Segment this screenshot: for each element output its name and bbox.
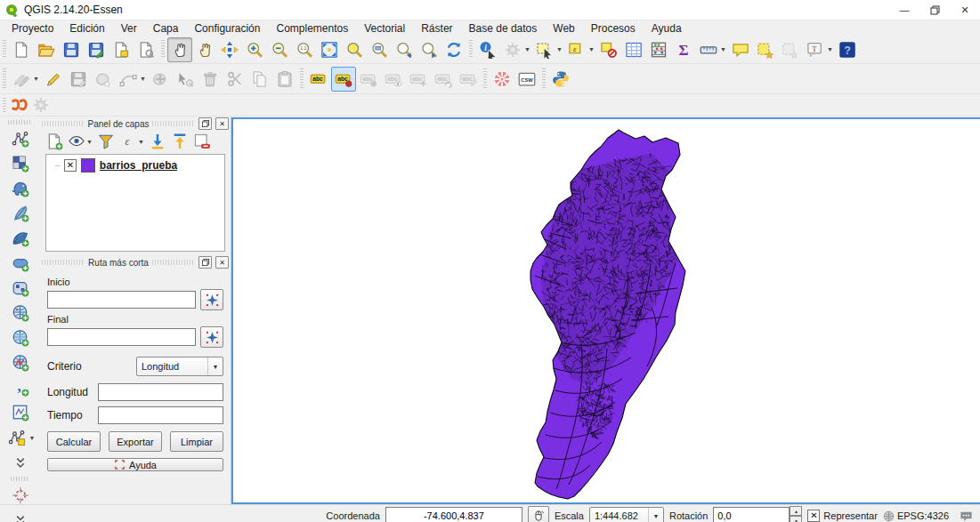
new-bookmark-button[interactable] (753, 37, 778, 62)
layer-visibility-checkbox[interactable]: ✕ (64, 159, 77, 172)
menu-proyecto[interactable]: Proyecto (4, 21, 61, 36)
menu-vectorial[interactable]: Vectorial (356, 21, 413, 36)
toolbar-handle[interactable] (11, 477, 29, 481)
project-new-button[interactable] (9, 37, 34, 62)
new-shapefile-layer-button[interactable] (4, 425, 30, 450)
exportar-button[interactable]: Exportar (109, 431, 162, 452)
pan-map-button[interactable] (192, 37, 217, 62)
toolbar-handle[interactable] (469, 40, 473, 60)
project-save-as-button[interactable] (84, 37, 109, 62)
longitud-input[interactable] (98, 383, 223, 401)
spin-up-icon[interactable]: ▲ (790, 506, 802, 516)
final-input[interactable] (47, 328, 196, 346)
capture-start-button[interactable] (200, 289, 223, 310)
spin-down-icon[interactable]: ▼ (790, 516, 802, 522)
route-panel-close-button[interactable]: ✕ (215, 256, 229, 269)
toolbar-handle[interactable] (300, 68, 304, 89)
help-contents-button[interactable]: ? (835, 37, 860, 62)
map-tips-button[interactable] (728, 37, 753, 62)
label-options-button[interactable]: abc (306, 67, 331, 92)
toolbar-handle[interactable] (483, 68, 487, 89)
toolbar-overflow-button[interactable] (7, 508, 34, 522)
menu-capa[interactable]: Capa (145, 21, 187, 36)
layers-panel-float-button[interactable] (198, 117, 212, 130)
zoom-next-button[interactable] (417, 37, 441, 62)
minimize-button[interactable]: — (889, 0, 919, 20)
rotation-spinner[interactable]: ▲ ▼ (790, 506, 802, 522)
zoom-to-selection-button[interactable] (342, 37, 367, 62)
manage-themes-button[interactable] (66, 132, 87, 151)
metasearch-csw-button[interactable]: CSW (514, 67, 539, 92)
toolbar-handle[interactable] (3, 68, 6, 89)
zoom-last-button[interactable] (392, 37, 417, 62)
messages-icon[interactable] (960, 510, 973, 522)
ayuda-button[interactable]: Ayuda (47, 458, 223, 471)
remove-layer-button[interactable] (191, 132, 213, 151)
menu-web[interactable]: Web (545, 21, 582, 36)
menu-edición[interactable]: Edición (61, 21, 112, 36)
project-open-button[interactable] (34, 37, 59, 62)
zoom-full-button[interactable] (317, 37, 342, 62)
restore-button[interactable] (919, 0, 950, 20)
pan-touch-button[interactable] (167, 37, 192, 62)
filter-expression-button[interactable]: ε (117, 132, 139, 151)
toolbar-handle[interactable] (161, 40, 165, 60)
zoom-native-button[interactable]: 1:1 (292, 37, 317, 62)
select-features-button[interactable] (532, 37, 557, 62)
route-panel-float-button[interactable] (198, 256, 212, 269)
scale-combo[interactable]: 1:444.682 ▼ (589, 507, 664, 522)
python-console-button[interactable] (548, 67, 573, 92)
expand-all-button[interactable] (147, 132, 168, 151)
deselect-all-button[interactable] (596, 37, 621, 62)
add-mssql-layer-button[interactable] (7, 226, 34, 251)
plugin-b3-button[interactable] (9, 94, 30, 116)
zoom-out-button[interactable] (267, 37, 292, 62)
calcular-button[interactable]: Calcular (47, 431, 101, 452)
project-save-button[interactable] (59, 37, 84, 62)
add-postgis-layer-button[interactable] (7, 176, 34, 201)
menu-ver[interactable]: Ver (113, 21, 145, 36)
menu-complementos[interactable]: Complementos (268, 21, 356, 36)
toolbar-handle[interactable] (542, 68, 546, 89)
add-wms-layer-button[interactable] (7, 301, 34, 325)
attribute-table-button[interactable] (621, 37, 646, 62)
capture-end-button[interactable] (200, 326, 223, 348)
criterio-combo[interactable]: Longitud ▼ (136, 357, 223, 376)
filter-legend-button[interactable] (95, 132, 117, 151)
layer-color-swatch[interactable] (81, 158, 95, 173)
render-toggle[interactable]: ✕ Representar (807, 510, 878, 522)
toolbar-handle[interactable] (8, 120, 32, 124)
gps-information-button[interactable] (7, 483, 34, 508)
add-vector-layer-button[interactable] (7, 126, 34, 151)
toggle-editing-button[interactable] (41, 67, 66, 92)
composer-manager-button[interactable] (134, 37, 158, 62)
menu-base-de-datos[interactable]: Base de datos (461, 21, 546, 36)
toolbar-handle[interactable] (3, 40, 6, 60)
add-raster-layer-button[interactable] (7, 151, 34, 176)
zoom-in-button[interactable] (242, 37, 267, 62)
menu-ayuda[interactable]: Ayuda (644, 21, 690, 36)
zoom-to-layer-button[interactable] (367, 37, 392, 62)
add-group-button[interactable] (44, 132, 65, 151)
refresh-button[interactable] (441, 37, 466, 62)
statistics-button[interactable] (646, 37, 671, 62)
coordinate-capture-button[interactable] (528, 506, 549, 522)
tiempo-input[interactable] (98, 406, 223, 424)
rotation-input[interactable] (713, 507, 790, 522)
add-oracle-layer-button[interactable] (7, 251, 34, 276)
measure-button[interactable] (696, 37, 721, 62)
crs-status[interactable]: EPSG:4326 (883, 510, 949, 522)
add-db2-layer-button[interactable] (7, 276, 34, 301)
toolbar-handle[interactable] (3, 98, 6, 113)
layers-panel-close-button[interactable]: ✕ (215, 117, 229, 130)
menu-procesos[interactable]: Procesos (583, 21, 644, 36)
menu-configuración[interactable]: Configuración (186, 21, 268, 36)
collapse-all-button[interactable] (169, 132, 190, 151)
map-canvas[interactable] (231, 117, 980, 504)
text-annotation-button[interactable]: T (803, 37, 828, 62)
identify-button[interactable]: i (475, 37, 500, 62)
close-button[interactable]: ✕ (950, 0, 980, 20)
render-checkbox[interactable]: ✕ (807, 510, 820, 522)
add-wcs-layer-button[interactable] (7, 325, 34, 350)
select-expression-button[interactable]: ε (564, 37, 589, 62)
